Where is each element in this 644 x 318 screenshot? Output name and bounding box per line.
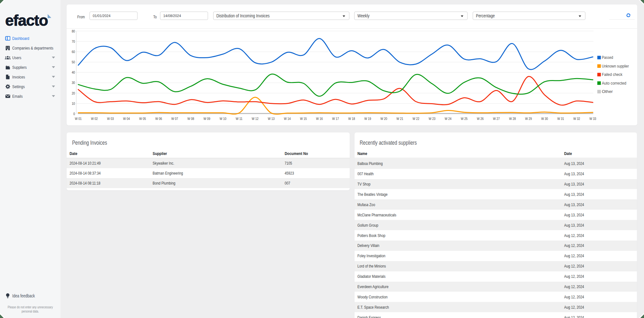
svg-text:Passed: Passed: [602, 55, 613, 60]
svg-text:W 26: W 26: [477, 117, 484, 121]
svg-text:W 21: W 21: [396, 117, 403, 121]
svg-text:W 28: W 28: [509, 117, 516, 121]
svg-text:W 31: W 31: [557, 117, 564, 121]
svg-text:Unknown supplier: Unknown supplier: [602, 64, 629, 68]
svg-text:W 10: W 10: [220, 117, 226, 121]
svg-text:30: 30: [72, 81, 75, 85]
svg-text:10: 10: [72, 102, 75, 105]
svg-text:W 04: W 04: [123, 117, 130, 121]
svg-text:W 07: W 07: [171, 117, 178, 121]
svg-text:W 02: W 02: [91, 117, 98, 121]
svg-text:Failed check: Failed check: [602, 72, 623, 77]
svg-text:W 03: W 03: [107, 117, 114, 121]
svg-text:20: 20: [72, 91, 75, 95]
svg-text:40: 40: [72, 70, 75, 74]
svg-text:80: 80: [72, 29, 75, 33]
svg-text:W 16: W 16: [316, 117, 323, 121]
svg-text:W 01: W 01: [75, 117, 82, 121]
svg-text:W 14: W 14: [284, 117, 291, 121]
svg-text:Auto corrected: Auto corrected: [602, 81, 626, 86]
svg-text:W 23: W 23: [429, 117, 435, 121]
svg-text:W 13: W 13: [268, 117, 275, 121]
svg-text:W 27: W 27: [493, 117, 500, 121]
svg-text:W 17: W 17: [332, 117, 339, 121]
svg-text:W 29: W 29: [525, 117, 532, 121]
svg-text:W 32: W 32: [573, 117, 580, 121]
svg-text:W 15: W 15: [300, 117, 307, 121]
svg-text:W 18: W 18: [348, 117, 355, 121]
svg-text:70: 70: [72, 40, 75, 43]
svg-text:W 20: W 20: [380, 117, 387, 121]
svg-text:W 09: W 09: [204, 117, 210, 121]
svg-text:W 19: W 19: [364, 117, 371, 121]
svg-text:W 06: W 06: [155, 117, 162, 121]
svg-text:W 30: W 30: [541, 117, 548, 121]
svg-text:50: 50: [72, 60, 75, 64]
svg-text:W 08: W 08: [187, 117, 194, 121]
svg-text:Other: Other: [602, 89, 613, 94]
svg-text:W 24: W 24: [445, 117, 451, 121]
svg-text:60: 60: [72, 50, 75, 54]
svg-text:W 22: W 22: [412, 117, 419, 121]
svg-text:0: 0: [73, 112, 75, 116]
svg-text:W 05: W 05: [139, 117, 146, 121]
svg-text:W 12: W 12: [252, 117, 259, 121]
svg-text:W 11: W 11: [236, 117, 242, 121]
svg-text:W 33: W 33: [590, 117, 596, 121]
svg-text:W 25: W 25: [461, 117, 468, 121]
